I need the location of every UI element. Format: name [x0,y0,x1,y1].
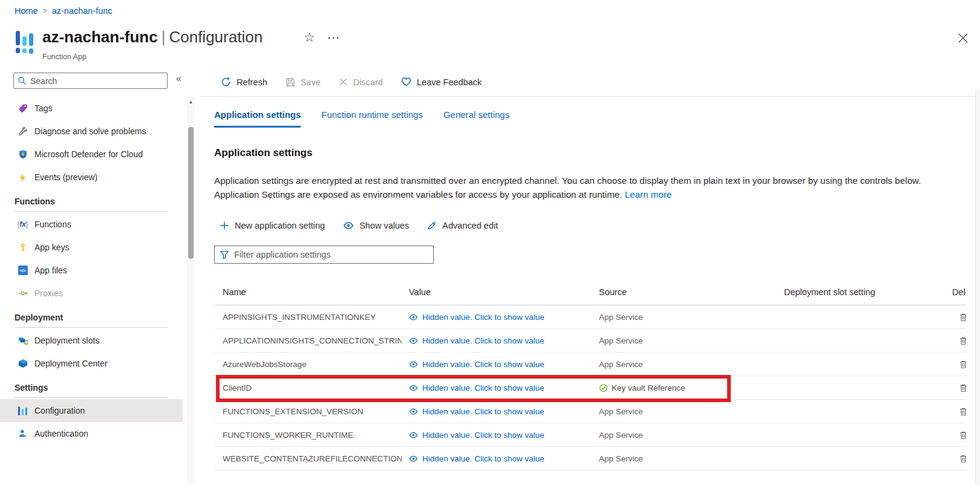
discard-button[interactable]: Discard [339,77,383,87]
hidden-value-link[interactable]: Hidden value. Click to show value [409,353,544,376]
advanced-edit-button[interactable]: Advanced edit [427,220,498,231]
breadcrumb-resource-link[interactable]: az-nachan-func [52,6,113,16]
favorite-star-icon[interactable]: ☆ [304,30,315,45]
tab-function-runtime-settings[interactable]: Function runtime settings [321,109,423,128]
new-application-setting-button[interactable]: New application setting [220,220,325,231]
delete-icon[interactable] [959,423,966,447]
setting-source: App Service [599,329,643,353]
setting-name: WEBSITE_CONTENTAZUREFILECONNECTIONSTRING [223,447,402,470]
setting-source: App Service [599,423,643,447]
scrollbar-thumb[interactable] [188,127,194,259]
function-app-icon [16,31,34,55]
leave-feedback-button[interactable]: Leave Feedback [401,77,482,87]
breadcrumb-home-link[interactable]: Home [15,6,38,16]
hidden-value-link[interactable]: Hidden value. Click to show value [409,400,544,423]
sidebar-section-settings: Settings [0,375,183,399]
sidebar-item-authentication[interactable]: Authentication [0,422,183,445]
sidebar-item-label: Microsoft Defender for Cloud [34,149,143,159]
delete-icon[interactable] [959,305,966,329]
setting-source: App Service [599,400,643,423]
eye-icon [409,360,418,369]
setting-name: FUNCTIONS_WORKER_RUNTIME [223,423,402,447]
search-input[interactable] [30,76,163,86]
save-button[interactable]: Save [286,77,321,87]
hidden-value-link[interactable]: Hidden value. Click to show value [409,447,544,470]
pencil-icon [427,221,437,230]
sidebar-item-events[interactable]: Events (preview) [0,166,183,189]
delete-icon[interactable] [959,353,966,376]
hidden-value-link[interactable]: Hidden value. Click to show value [409,329,544,353]
sidebar-scrollbar[interactable]: ▲ [187,97,195,485]
table-row: WEBSITE_CONTENTAZUREFILECONNECTIONSTRING… [214,447,966,470]
action-label: Advanced edit [442,221,498,230]
eye-icon [409,431,418,440]
sidebar-section-deployment: Deployment [0,305,183,329]
toolbar-label: Refresh [237,77,267,87]
description-text: Application settings are encrypted at re… [214,175,921,200]
code-file-icon: </> [18,265,28,276]
sidebar-item-proxies[interactable]: Proxies [0,282,183,305]
delete-icon[interactable] [959,376,966,400]
tab-general-settings[interactable]: General settings [443,109,509,128]
hidden-value-link[interactable]: Hidden value. Click to show value [409,305,544,329]
sidebar-item-deployment-center[interactable]: Deployment Center [0,352,183,375]
sidebar-search[interactable] [13,73,168,89]
shield-lock-icon [18,149,28,160]
sidebar-item-label: Proxies [34,288,63,298]
setting-name: AzureWebJobsStorage [223,353,402,376]
refresh-button[interactable]: Refresh [221,77,267,87]
filter-input-container[interactable] [214,246,434,264]
col-name: Name [223,287,246,297]
more-options-icon[interactable]: … [327,27,341,42]
sidebar-item-label: Deployment Center [34,359,108,368]
save-icon [286,77,295,87]
setting-name: APPINSIGHTS_INSTRUMENTATIONKEY [223,305,402,329]
check-circle-icon [599,383,608,392]
show-values-button[interactable]: Show values [343,220,409,231]
scroll-up-icon[interactable]: ▲ [187,99,195,105]
sidebar-item-app-files[interactable]: </> App files [0,259,183,282]
wrench-icon [18,126,28,137]
sidebar-item-label: Configuration [34,406,85,415]
section-title: Application settings [214,147,312,159]
filter-funnel-icon [220,250,229,259]
sidebar-item-functions[interactable]: {fx} Functions [0,213,183,236]
sidebar-item-diagnose[interactable]: Diagnose and solve problems [0,120,183,143]
sidebar-item-label: App keys [34,242,70,252]
deployment-slots-icon [18,336,28,346]
sidebar-item-defender[interactable]: Microsoft Defender for Cloud [0,143,183,166]
app-settings-table: Name Value Source Deployment slot settin… [214,281,966,470]
sidebar-item-app-keys[interactable]: App keys [0,236,183,259]
sidebar-item-label: App files [34,265,67,275]
hidden-value-link[interactable]: Hidden value. Click to show value [409,423,544,447]
setting-source: App Service [599,353,643,376]
filter-input[interactable] [234,250,428,259]
col-delete: Delete [952,287,966,297]
sidebar-item-deployment-slots[interactable]: Deployment slots [0,329,183,352]
learn-more-link[interactable]: Learn more [625,189,672,200]
lightning-icon [18,172,28,183]
sidebar-item-label: Tags [34,103,53,113]
delete-icon[interactable] [959,447,966,470]
collapse-menu-icon[interactable]: « [176,73,181,84]
sidebar-item-configuration[interactable]: Configuration [0,399,183,422]
eye-icon [409,383,418,392]
sidebar-section-functions: Functions [0,189,183,213]
setting-source: App Service [599,447,643,470]
setting-name: FUNCTIONS_EXTENSION_VERSION [223,400,402,423]
configuration-bars-icon [18,406,28,416]
section-heading: Settings [0,383,183,392]
delete-icon[interactable] [959,400,966,423]
tab-application-settings[interactable]: Application settings [214,109,301,128]
close-icon[interactable] [958,33,969,44]
delete-icon[interactable] [959,329,966,353]
eye-icon [409,407,418,416]
title-separator: | [158,28,169,46]
hidden-value-link[interactable]: Hidden value. Click to show value [409,376,544,400]
settings-actions: New application setting Show values Adva… [220,220,498,231]
page-scrollbar[interactable] [975,90,980,485]
section-divider [15,211,168,212]
sidebar-item-tags[interactable]: Tags [0,97,183,120]
setting-source: App Service [599,305,643,329]
sidebar-item-label: Deployment slots [34,336,99,345]
